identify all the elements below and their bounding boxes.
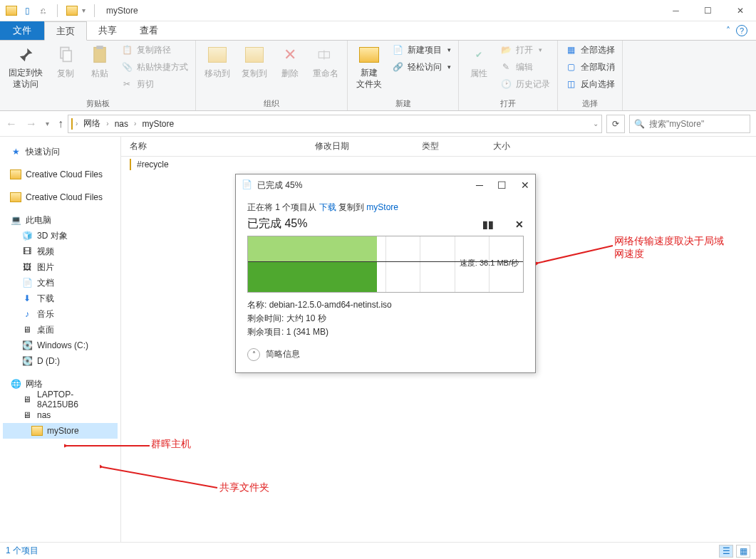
sidebar-mystore[interactable]: myStore (3, 423, 118, 439)
breadcrumb[interactable]: › 网络› nas› myStore ⌄ (68, 115, 602, 133)
col-size[interactable]: 大小 (493, 140, 550, 152)
tab-share[interactable]: 共享 (87, 21, 128, 40)
select-none-icon: ▢ (565, 61, 576, 73)
properties-button[interactable]: ✔ 属性 (463, 42, 494, 81)
speed-graph: 速度: 36.1 MB/秒 (247, 236, 524, 293)
history-button[interactable]: 🕑历史记录 (497, 76, 553, 92)
sidebar: ★快速访问 Creative Cloud Files Creative Clou… (0, 137, 121, 542)
pin-to-quickaccess-button[interactable]: 固定到快 速访问 (4, 42, 47, 91)
sidebar-downloads[interactable]: ⬇下载 (3, 291, 118, 306)
sidebar-drive-c[interactable]: 💽Windows (C:) (3, 338, 118, 353)
dialog-minimize-button[interactable]: ─ (476, 179, 483, 191)
copy-details: 名称: debian-12.5.0-amd64-netinst.iso 剩余时间… (247, 298, 524, 340)
rename-button[interactable]: 重命名 (309, 42, 343, 81)
up-button[interactable]: ↑ (58, 117, 63, 130)
group-label-new: 新建 (352, 97, 454, 110)
edit-button[interactable]: ✎编辑 (497, 59, 553, 75)
sidebar-ccf1[interactable]: Creative Cloud Files (3, 167, 118, 182)
ribbon-collapse-icon[interactable]: ˄ (726, 26, 730, 36)
tab-home[interactable]: 主页 (44, 21, 87, 41)
col-date[interactable]: 修改日期 (315, 140, 422, 152)
select-none-button[interactable]: ▢全部取消 (562, 59, 618, 75)
crumb-mystore[interactable]: myStore (139, 119, 177, 129)
tab-view[interactable]: 查看 (128, 21, 170, 40)
select-all-icon: ▦ (565, 44, 576, 56)
3d-icon: 🧊 (21, 230, 33, 241)
copy-to-button[interactable]: 复制到 (237, 42, 271, 81)
group-label-clipboard: 剪贴板 (4, 97, 191, 110)
view-details-button[interactable]: ☰ (719, 545, 733, 558)
sidebar-documents[interactable]: 📄文档 (3, 275, 118, 291)
delete-button[interactable]: ✕ 删除 (274, 42, 306, 81)
search-input[interactable] (649, 119, 745, 129)
sidebar-nas[interactable]: 🖥nas (3, 407, 118, 423)
documents-icon: 📄 (21, 277, 33, 288)
refresh-button[interactable]: ⟳ (606, 115, 625, 133)
columns-header[interactable]: 名称 修改日期 类型 大小 (121, 137, 756, 157)
copy-path-icon: 📋 (121, 44, 133, 56)
search-box[interactable]: 🔍 (629, 115, 750, 133)
share-folder-icon (31, 425, 43, 437)
ribbon: 固定到快 速访问 复制 粘贴 📋复制路径 📎粘贴快捷方式 ✂剪切 剪贴板 移动到 (0, 40, 756, 111)
file-row[interactable]: #recycle (121, 157, 756, 172)
maximize-button[interactable]: ☐ (692, 0, 724, 21)
select-all-button[interactable]: ▦全部选择 (562, 42, 618, 58)
pause-button[interactable]: ▮▮ (482, 219, 494, 230)
copy-source-link[interactable]: 下载 (319, 202, 336, 212)
dialog-maximize-button[interactable]: ☐ (497, 179, 507, 191)
minimize-button[interactable]: ─ (660, 0, 692, 21)
sidebar-music[interactable]: ♪音乐 (3, 306, 118, 322)
forward-button[interactable]: → (26, 117, 37, 130)
sidebar-drive-d[interactable]: 💽D (D:) (3, 353, 118, 369)
back-button[interactable]: ← (6, 117, 17, 130)
copy-icon (54, 43, 77, 66)
chevron-down-icon: ˄ (247, 348, 260, 361)
help-icon[interactable]: ? (736, 25, 747, 36)
copy-path-button[interactable]: 📋复制路径 (118, 42, 191, 58)
group-label-organize: 组织 (200, 97, 343, 110)
breadcrumb-history-dropdown[interactable]: ⌄ (593, 120, 599, 127)
window-title: myStore (106, 6, 138, 16)
more-info-toggle[interactable]: ˄ 简略信息 (247, 348, 524, 361)
copy-dest-link[interactable]: myStore (366, 202, 398, 212)
qat-save-icon[interactable]: ▯ (21, 5, 33, 16)
sidebar-quick-access[interactable]: ★快速访问 (3, 144, 118, 160)
crumb-network[interactable]: 网络 (81, 117, 103, 130)
recent-dropdown[interactable]: ▾ (46, 120, 49, 127)
open-button[interactable]: 📂打开▾ (497, 42, 553, 58)
sidebar-ccf2[interactable]: Creative Cloud Files (3, 189, 118, 205)
folder-icon (10, 169, 21, 180)
new-item-button[interactable]: 📄新建项目▾ (389, 42, 454, 58)
dialog-titlebar[interactable]: 📄 已完成 45% ─ ☐ ✕ (236, 174, 535, 196)
qat-undo-icon[interactable]: ⎌ (37, 5, 48, 16)
sidebar-this-pc[interactable]: 💻此电脑 (3, 212, 118, 228)
rename-icon (314, 43, 337, 66)
view-large-button[interactable]: ▦ (736, 545, 750, 558)
close-button[interactable]: ✕ (724, 0, 756, 21)
open-icon: 📂 (500, 44, 512, 56)
crumb-nas[interactable]: nas (112, 119, 131, 129)
cut-button[interactable]: ✂剪切 (118, 76, 191, 92)
new-folder-button[interactable]: 新建 文件夹 (352, 42, 386, 91)
cancel-copy-button[interactable]: ✕ (515, 219, 524, 230)
invert-selection-button[interactable]: ◫反向选择 (562, 76, 618, 92)
sidebar-pictures[interactable]: 🖼图片 (3, 259, 118, 275)
svg-rect-1 (63, 51, 72, 61)
speed-label: 速度: 36.1 MB/秒 (460, 258, 519, 268)
easy-access-button[interactable]: 🔗轻松访问▾ (389, 59, 454, 75)
file-tab[interactable]: 文件 (0, 21, 44, 40)
group-label-open: 打开 (463, 97, 553, 110)
copy-button[interactable]: 复制 (50, 42, 81, 81)
ribbon-tabs: 文件 主页 共享 查看 ˄ ? (0, 21, 756, 40)
dialog-close-button[interactable]: ✕ (521, 179, 529, 191)
paste-button[interactable]: 粘贴 (84, 42, 115, 81)
sidebar-3d[interactable]: 🧊3D 对象 (3, 228, 118, 244)
music-icon: ♪ (21, 308, 33, 320)
col-name[interactable]: 名称 (130, 140, 315, 152)
col-type[interactable]: 类型 (422, 140, 493, 152)
sidebar-desktop[interactable]: 🖥桌面 (3, 322, 118, 338)
sidebar-videos[interactable]: 🎞视频 (3, 244, 118, 259)
sidebar-laptop[interactable]: 🖥LAPTOP-8A215UB6 (3, 392, 118, 407)
move-to-button[interactable]: 移动到 (200, 42, 234, 81)
paste-shortcut-button[interactable]: 📎粘贴快捷方式 (118, 59, 191, 75)
